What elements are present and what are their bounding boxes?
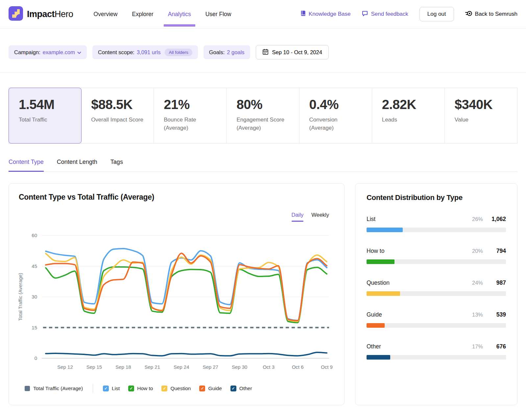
distribution-count: 987 (483, 279, 506, 286)
svg-text:Sep 30: Sep 30 (232, 364, 248, 370)
goals-label: Goals: (209, 49, 225, 55)
distribution-row-guide: Guide 13% 539 (367, 311, 506, 328)
campaign-selector[interactable]: Campaign: example.com (9, 45, 87, 59)
distribution-row-how-to: How to 20% 794 (367, 248, 506, 264)
legend-item-label: Other (239, 386, 252, 391)
svg-text:Sep 27: Sep 27 (203, 364, 218, 370)
distribution-row-other: Other 17% 676 (367, 343, 506, 360)
logout-button[interactable]: Log out (419, 7, 454, 21)
date-range-picker[interactable]: Sep 10 - Oct 9, 2024 (256, 45, 329, 59)
stat-card-bounce-rate[interactable]: 21% Bounce Rate (Average) (154, 88, 227, 143)
checkbox-checked-icon[interactable]: ✓ (199, 386, 205, 391)
checkbox-checked-icon[interactable]: ✓ (230, 386, 236, 391)
stat-card-value[interactable]: $340K Value (445, 88, 517, 143)
tab-content-length[interactable]: Content Length (57, 159, 97, 172)
stat-label: Value (455, 116, 507, 124)
toggle-weekly[interactable]: Weekly (311, 212, 329, 218)
legend-item-question[interactable]: ✓Question (161, 386, 191, 391)
content-scope-label: Content scope: (98, 49, 134, 55)
book-icon (300, 10, 306, 18)
distribution-bar (367, 355, 506, 360)
distribution-type-label: Guide (367, 311, 382, 318)
nav-item-overview[interactable]: Overview (94, 11, 118, 18)
stat-value: 80% (236, 97, 289, 112)
content-scope-selector[interactable]: Content scope: 3,091 urls All folders (92, 45, 198, 59)
checkbox-checked-icon[interactable]: ✓ (103, 386, 109, 391)
legend-item-other[interactable]: ✓Other (230, 386, 252, 391)
stat-card-conversion[interactable]: 0.4% Conversion (Average) (299, 88, 372, 143)
stat-card-leads[interactable]: 2.82K Leads (372, 88, 445, 143)
legend-item-label: How to (137, 386, 153, 391)
distribution-type-label: Other (367, 343, 381, 350)
svg-text:Sep 24: Sep 24 (174, 364, 189, 370)
main-nav: Overview Explorer Analytics User Flow (94, 11, 231, 18)
app-header: ImpactHero Overview Explorer Analytics U… (0, 0, 526, 29)
legend-series-items: ✓List✓How to✓Question✓Guide✓Other (103, 386, 252, 391)
nav-item-user-flow[interactable]: User Flow (205, 11, 231, 18)
legend-item-guide[interactable]: ✓Guide (199, 386, 222, 391)
distribution-bar (367, 228, 506, 232)
svg-text:45: 45 (32, 263, 37, 269)
goals-selector[interactable]: Goals: 2 goals (203, 45, 250, 59)
svg-text:Sep 18: Sep 18 (115, 364, 131, 370)
stat-card-total-traffic[interactable]: 1.54M Total Traffic (9, 88, 82, 144)
knowledge-base-label: Knowledge Base (309, 11, 351, 17)
campaign-value: example.com (43, 49, 75, 55)
brand-logo[interactable]: ImpactHero (9, 6, 73, 22)
distribution-percent: 17% (465, 343, 483, 350)
date-range-value: Sep 10 - Oct 9, 2024 (272, 49, 322, 55)
stat-value: 1.54M (19, 97, 71, 112)
send-feedback-label: Send feedback (371, 11, 408, 17)
distribution-row-question: Question 24% 987 (367, 279, 506, 296)
distribution-count: 1,062 (483, 216, 506, 223)
stat-card-overall-impact-score[interactable]: $88.5K Overall Impact Score (81, 88, 154, 143)
nav-item-explorer[interactable]: Explorer (132, 11, 154, 18)
distribution-type-label: How to (367, 248, 384, 254)
stat-label: Total Traffic (19, 116, 71, 124)
back-to-semrush-label: Back to Semrush (475, 11, 517, 17)
brand-name: ImpactHero (27, 9, 73, 19)
content-type-chart-card: Content Type vs Total Traffic (Average) … (9, 183, 345, 405)
impacthero-logo-icon (9, 6, 23, 22)
checkbox-checked-icon[interactable]: ✓ (161, 386, 167, 391)
distribution-bar-fill (367, 355, 390, 360)
main-content: Content Type vs Total Traffic (Average) … (9, 183, 517, 405)
tab-content-type[interactable]: Content Type (9, 159, 44, 172)
tab-tags[interactable]: Tags (110, 159, 123, 172)
chart-title: Content Type vs Total Traffic (Average) (19, 193, 154, 202)
svg-text:Sep 15: Sep 15 (86, 364, 102, 370)
content-scope-value: 3,091 urls (137, 49, 160, 55)
stat-value: $340K (455, 97, 507, 112)
calendar-icon (262, 49, 269, 56)
svg-text:Oct 3: Oct 3 (263, 364, 275, 370)
stat-label: Conversion (Average) (309, 116, 362, 132)
back-to-semrush-link[interactable]: Back to Semrush (465, 10, 517, 18)
svg-text:Oct 9: Oct 9 (321, 364, 333, 370)
toggle-daily[interactable]: Daily (292, 212, 304, 218)
distribution-count: 539 (483, 311, 506, 318)
svg-text:Sep 21: Sep 21 (145, 364, 160, 370)
knowledge-base-link[interactable]: Knowledge Base (300, 10, 351, 18)
checkbox-checked-icon[interactable]: ✓ (128, 386, 134, 391)
legend-item-list[interactable]: ✓List (103, 386, 120, 391)
legend-total-traffic-label: Total Traffic (Average) (33, 386, 83, 391)
svg-text:15: 15 (32, 325, 37, 330)
distribution-bar-fill (367, 323, 385, 328)
distribution-percent: 26% (465, 216, 483, 222)
legend-item-how-to[interactable]: ✓How to (128, 386, 153, 391)
stat-label: Leads (382, 116, 435, 124)
send-feedback-link[interactable]: Send feedback (362, 10, 408, 18)
svg-text:Total Traffic (Average): Total Traffic (Average) (17, 273, 23, 321)
distribution-bar-fill (367, 259, 394, 264)
svg-text:60: 60 (32, 232, 37, 238)
svg-text:Sep 12: Sep 12 (57, 364, 73, 370)
distribution-type-label: List (367, 216, 375, 223)
stat-value: 0.4% (309, 97, 362, 112)
distribution-title: Content Distribution by Type (367, 193, 506, 202)
nav-item-analytics[interactable]: Analytics (168, 11, 191, 18)
stat-card-engagement-score[interactable]: 80% Engagement Score (Average) (227, 88, 299, 143)
analytics-tabs: Content Type Content Length Tags (9, 159, 517, 172)
chart-legend: Total Traffic (Average) ✓List✓How to✓Que… (25, 384, 252, 393)
chevron-down-icon (77, 49, 81, 55)
line-chart[interactable]: 015304560Total Traffic (Average)Sep 12Se… (16, 227, 338, 380)
